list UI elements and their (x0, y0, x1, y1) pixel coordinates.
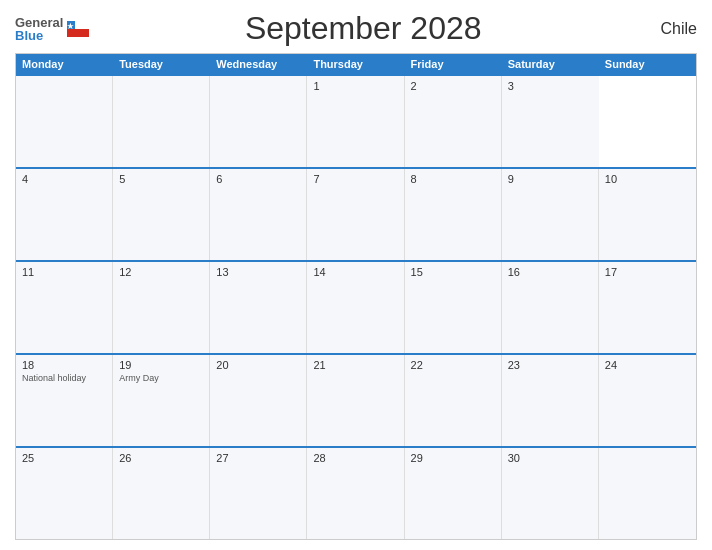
cell-sep-25: 25 (16, 448, 113, 539)
day-number: 22 (411, 359, 495, 371)
day-number: 19 (119, 359, 203, 371)
header-tuesday: Tuesday (113, 54, 210, 74)
cell-sep-24: 24 (599, 355, 696, 446)
calendar-page: General Blue September 2028 Chile Monday… (0, 0, 712, 550)
page-title: September 2028 (89, 10, 637, 47)
cell-empty-end (599, 448, 696, 539)
day-number: 27 (216, 452, 300, 464)
logo-blue-text: Blue (15, 29, 63, 42)
cell-sep-13: 13 (210, 262, 307, 353)
day-number: 25 (22, 452, 106, 464)
day-number: 28 (313, 452, 397, 464)
cell-sep-28: 28 (307, 448, 404, 539)
cell-sep-17: 17 (599, 262, 696, 353)
day-number: 16 (508, 266, 592, 278)
day-number: 20 (216, 359, 300, 371)
week-1: 1 2 3 (16, 74, 696, 167)
day-number: 6 (216, 173, 300, 185)
header-wednesday: Wednesday (210, 54, 307, 74)
cell-sep-18: 18 National holiday (16, 355, 113, 446)
day-event: National holiday (22, 373, 106, 385)
day-number: 11 (22, 266, 106, 278)
cell-sep-19: 19 Army Day (113, 355, 210, 446)
logo-general-text: General (15, 16, 63, 29)
cell-sep-11: 11 (16, 262, 113, 353)
week-3: 11 12 13 14 15 16 17 (16, 260, 696, 353)
day-number: 26 (119, 452, 203, 464)
cell-sep-27: 27 (210, 448, 307, 539)
cell-sep-3: 3 (502, 76, 599, 167)
day-number: 23 (508, 359, 592, 371)
calendar-body: 1 2 3 4 5 6 (16, 74, 696, 539)
logo: General Blue (15, 16, 89, 42)
day-number: 4 (22, 173, 106, 185)
week-2: 4 5 6 7 8 9 10 (16, 167, 696, 260)
day-number: 5 (119, 173, 203, 185)
cell-sep-10: 10 (599, 169, 696, 260)
day-number: 13 (216, 266, 300, 278)
day-number: 12 (119, 266, 203, 278)
cell-sep-1: 1 (307, 76, 404, 167)
cell-sep-22: 22 (405, 355, 502, 446)
cell-sep-20: 20 (210, 355, 307, 446)
cell-sep-26: 26 (113, 448, 210, 539)
day-number: 15 (411, 266, 495, 278)
day-number: 14 (313, 266, 397, 278)
cell-sep-12: 12 (113, 262, 210, 353)
cell-sep-23: 23 (502, 355, 599, 446)
cell-sep-30: 30 (502, 448, 599, 539)
cell-sep-5: 5 (113, 169, 210, 260)
header-saturday: Saturday (502, 54, 599, 74)
header-thursday: Thursday (307, 54, 404, 74)
header-sunday: Sunday (599, 54, 696, 74)
logo-flag-icon (67, 21, 89, 37)
day-number: 3 (508, 80, 593, 92)
day-number: 30 (508, 452, 592, 464)
day-number: 18 (22, 359, 106, 371)
week-4: 18 National holiday 19 Army Day 20 21 22 (16, 353, 696, 446)
cell-sep-7: 7 (307, 169, 404, 260)
cell-empty-2 (113, 76, 210, 167)
cell-empty-3 (210, 76, 307, 167)
header-friday: Friday (405, 54, 502, 74)
cell-sep-16: 16 (502, 262, 599, 353)
day-number: 7 (313, 173, 397, 185)
day-number: 29 (411, 452, 495, 464)
day-number: 1 (313, 80, 397, 92)
day-number: 21 (313, 359, 397, 371)
cell-sep-2: 2 (405, 76, 502, 167)
cell-sep-9: 9 (502, 169, 599, 260)
calendar-grid: Monday Tuesday Wednesday Thursday Friday… (15, 53, 697, 540)
cell-sep-29: 29 (405, 448, 502, 539)
cell-sep-21: 21 (307, 355, 404, 446)
header-monday: Monday (16, 54, 113, 74)
day-event: Army Day (119, 373, 203, 385)
cell-sep-14: 14 (307, 262, 404, 353)
week-5: 25 26 27 28 29 30 (16, 446, 696, 539)
country-label: Chile (637, 20, 697, 38)
cell-empty-1 (16, 76, 113, 167)
cell-sep-6: 6 (210, 169, 307, 260)
day-number: 10 (605, 173, 690, 185)
day-number: 9 (508, 173, 592, 185)
day-number: 17 (605, 266, 690, 278)
day-number: 8 (411, 173, 495, 185)
day-number: 24 (605, 359, 690, 371)
cell-sep-8: 8 (405, 169, 502, 260)
calendar-header: Monday Tuesday Wednesday Thursday Friday… (16, 54, 696, 74)
page-header: General Blue September 2028 Chile (15, 10, 697, 47)
day-number: 2 (411, 80, 495, 92)
cell-sep-15: 15 (405, 262, 502, 353)
cell-sep-4: 4 (16, 169, 113, 260)
